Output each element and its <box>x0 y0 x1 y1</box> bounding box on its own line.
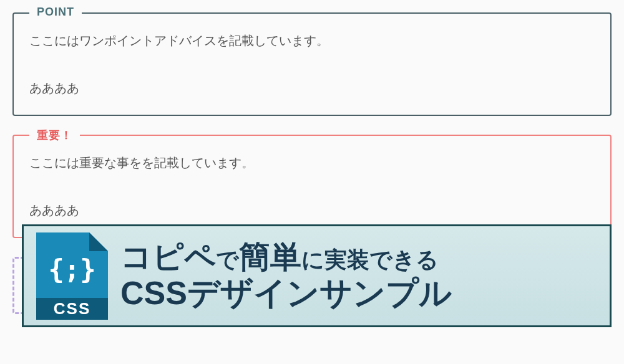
point-box-content: ここにはワンポイントアドバイスを記載しています。 ああああ <box>29 29 595 99</box>
banner-line1-part1: コピペ <box>120 239 216 274</box>
point-box-label: POINT <box>29 6 82 19</box>
banner-line1: コピペで簡単に実装できる <box>120 239 452 275</box>
point-box: POINT ここにはワンポイントアドバイスを記載しています。 ああああ <box>12 12 612 116</box>
important-box-label: 重要！ <box>29 128 80 143</box>
banner-line1-part3: 簡単 <box>239 239 301 274</box>
css-sample-banner: {;} CSS コピペで簡単に実装できる CSSデザインサンプル <box>22 224 612 327</box>
point-text-line2: ああああ <box>29 77 595 99</box>
banner-line2: CSSデザインサンプル <box>120 275 452 312</box>
css-file-icon: {;} CSS <box>36 232 108 320</box>
banner-line1-part2: で <box>216 247 239 272</box>
banner-text: コピペで簡単に実装できる CSSデザインサンプル <box>120 239 452 312</box>
file-icon-braces: {;} <box>36 254 108 285</box>
important-box: 重要！ ここには重要な事をを記載しています。 ああああ <box>12 135 612 238</box>
point-text-line1: ここにはワンポイントアドバイスを記載しています。 <box>29 29 595 52</box>
file-icon-css-label: CSS <box>36 298 108 320</box>
important-box-content: ここには重要な事をを記載しています。 ああああ <box>29 151 595 221</box>
important-text-line1: ここには重要な事をを記載しています。 <box>29 151 595 174</box>
important-text-line2: ああああ <box>29 199 595 221</box>
banner-line1-part4: に実装できる <box>301 247 439 272</box>
